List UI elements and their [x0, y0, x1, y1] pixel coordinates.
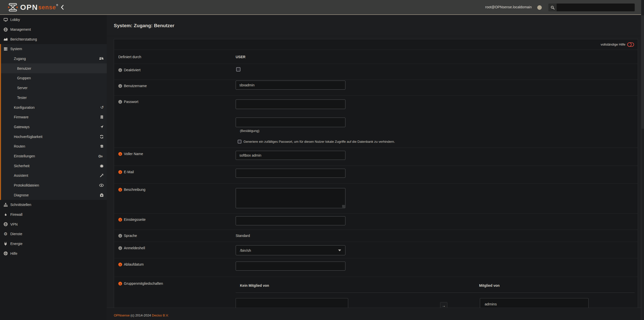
footer: OPNsense (c) 2014-2024 Deciso B.V.: [107, 308, 644, 320]
sidebar-item-label: Schnittstellen: [10, 203, 31, 207]
arrow-right-icon: →: [442, 303, 446, 308]
shell-label: Anmeldeshell: [124, 246, 145, 250]
landing-page-label: Einstiegsseite: [124, 218, 146, 222]
sidebar-item-label: Routen: [14, 144, 25, 148]
server-stack-icon: [3, 47, 8, 51]
password-confirm-input[interactable]: [236, 118, 345, 127]
sidebar-item-energie[interactable]: Energie: [0, 239, 107, 249]
not-member-of-header: Kein Mitglied von: [240, 283, 269, 288]
info-icon[interactable]: i: [118, 100, 122, 104]
full-help-toggle-off-icon[interactable]: [627, 42, 634, 47]
life-ring-icon: [3, 251, 8, 256]
sidebar-collapse-chevron-left-icon[interactable]: [60, 5, 66, 11]
expires-input[interactable]: [236, 262, 345, 271]
sidebar-item-dienste[interactable]: ⚙ Dienste: [0, 229, 107, 239]
shell-select[interactable]: /bin/sh: [236, 245, 345, 255]
info-icon[interactable]: i: [118, 234, 122, 238]
sidebar-item-server[interactable]: Server: [1, 83, 107, 93]
sidebar-item-gruppen[interactable]: Gruppen: [1, 73, 107, 83]
fire-icon: [3, 212, 8, 217]
sidebar-item-assistent[interactable]: Assistent: [1, 171, 107, 181]
sidebar-item-system[interactable]: System: [1, 44, 107, 54]
username-label: Benutzername: [124, 84, 147, 88]
sidebar-item-diagnose[interactable]: Diagnose: [1, 190, 107, 200]
sidebar-item-protokolldateien[interactable]: Protokolldateien: [1, 181, 107, 190]
username-input[interactable]: [236, 81, 345, 90]
info-icon[interactable]: i: [118, 84, 122, 88]
description-textarea[interactable]: [236, 188, 345, 208]
sidebar-item-hilfe[interactable]: Hilfe: [0, 249, 107, 259]
sidebar-item-management[interactable]: Management: [0, 25, 107, 34]
sidebar-item-vpn[interactable]: VPN: [0, 219, 107, 229]
page-title: System: Zugang: Benutzer: [107, 15, 641, 28]
defined-by-value: USER: [236, 55, 245, 59]
sidebar-item-gateways[interactable]: Gateways: [1, 122, 107, 132]
medkit-icon: [100, 193, 104, 197]
info-icon[interactable]: i: [118, 218, 122, 222]
registered-mark: ®: [56, 4, 58, 7]
starburst-icon: [100, 164, 104, 168]
footer-copyright: (c) 2014-2024: [130, 313, 152, 317]
sidebar-item-firewall[interactable]: Firewall: [0, 210, 107, 220]
page-scrollbar[interactable]: [641, 0, 644, 320]
sidebar-item-sicherheit[interactable]: Sicherheit: [1, 161, 107, 171]
info-icon[interactable]: i: [118, 246, 122, 250]
landing-page-input[interactable]: [236, 216, 345, 225]
fullname-label: Voller Name: [124, 152, 143, 156]
sidebar-item-benutzer[interactable]: Benutzer: [1, 63, 107, 73]
cogs-icon: ⚙⚙: [98, 154, 104, 158]
sidebar-item-label: Management: [10, 27, 31, 31]
global-search: [548, 4, 635, 11]
sidebar-item-schnittstellen[interactable]: Schnittstellen: [0, 200, 107, 210]
sidebar-item-label: System: [10, 47, 22, 51]
info-icon[interactable]: i: [118, 282, 122, 286]
password-confirm-hint: (Bestätigung): [240, 129, 638, 133]
sidebar-item-konfiguration[interactable]: Konfiguration ↺: [1, 102, 107, 112]
sidebar-item-einstellungen[interactable]: Einstellungen ⚙⚙: [1, 151, 107, 161]
footer-deciso-link[interactable]: Deciso B.V.: [152, 313, 169, 317]
info-icon[interactable]: i: [118, 263, 122, 266]
info-icon[interactable]: i: [118, 68, 122, 72]
info-icon[interactable]: i: [118, 152, 122, 156]
sidebar-item-label: Hilfe: [10, 252, 17, 256]
status-indicator-dot[interactable]: [537, 5, 542, 10]
generate-password-checkbox[interactable]: [238, 140, 241, 144]
sidebar-item-hochverfuegbarkeit[interactable]: Hochverfügbarkeit: [1, 132, 107, 141]
language-label: Sprache: [124, 234, 137, 238]
sidebar-item-label: Dienste: [10, 232, 22, 236]
opnsense-logo[interactable]: OPNsense®: [8, 2, 58, 12]
email-input[interactable]: [236, 169, 345, 178]
sidebar-item-label: Berichterstattung: [10, 37, 37, 41]
list-item[interactable]: admins: [480, 298, 588, 306]
divider: [236, 293, 635, 293]
sidebar-item-label: Assistent: [14, 173, 28, 177]
sidebar-item-zugang[interactable]: Zugang: [1, 54, 107, 64]
sidebar-item-routen[interactable]: Routen: [1, 141, 107, 151]
row-password: i Passwort (Bestätigung) Generiere ein z…: [114, 95, 638, 148]
sidebar-item-label: Zugang: [14, 57, 26, 61]
info-icon[interactable]: i: [118, 188, 122, 192]
row-shell: i Anmeldeshell /bin/sh: [114, 242, 638, 258]
sidebar-item-firmware[interactable]: Firmware: [1, 112, 107, 122]
sitemap-icon: [3, 203, 8, 207]
description-label: Beschreibung: [124, 188, 146, 192]
row-defined-by: Definiert durch USER: [114, 50, 638, 64]
info-icon[interactable]: i: [118, 170, 122, 174]
footer-opnsense-link[interactable]: OPNsense: [114, 313, 130, 317]
row-description: i Beschreibung: [114, 183, 638, 213]
top-bar: OPNsense® root@OPNsense.localdomain: [0, 0, 644, 15]
fullname-input[interactable]: [236, 151, 345, 160]
password-input[interactable]: [236, 99, 345, 109]
gear-icon: ⚙: [3, 232, 8, 236]
scrollbar-thumb[interactable]: [641, 15, 644, 129]
defined-by-label: Definiert durch: [118, 55, 141, 59]
search-input[interactable]: [557, 4, 635, 11]
group-memberships-label: Gruppenmitgliedschaften: [124, 281, 163, 286]
disabled-checkbox[interactable]: [236, 67, 240, 72]
sidebar-item-tester[interactable]: Tester: [1, 93, 107, 103]
sidebar-item-berichterstattung[interactable]: Berichterstattung: [0, 34, 107, 44]
sidebar-item-label: Firmware: [14, 115, 28, 119]
building-icon: [100, 115, 104, 119]
expires-label: Ablaufdatum: [124, 262, 144, 266]
sidebar-item-lobby[interactable]: Lobby: [0, 15, 107, 25]
